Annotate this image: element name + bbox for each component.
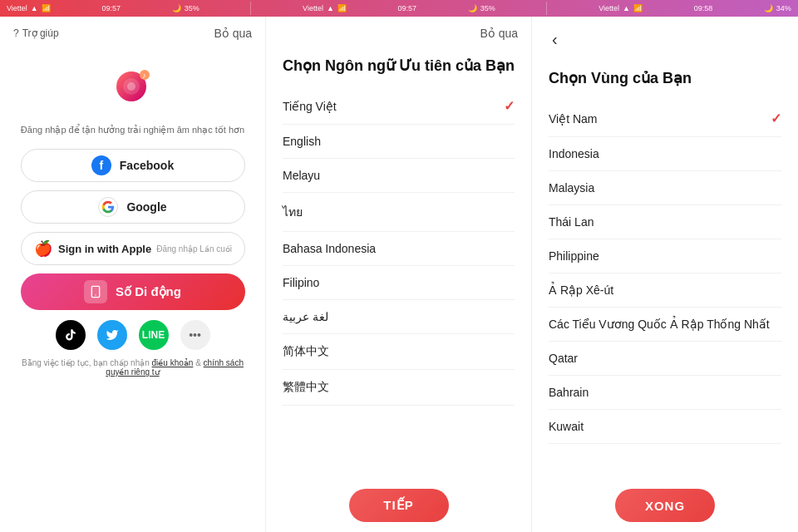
carrier-1: Viettel: [7, 4, 27, 12]
language-name: Filipino: [283, 276, 319, 289]
google-login-button[interactable]: Google: [21, 190, 245, 224]
signal-icon-1: ▲: [31, 4, 38, 12]
line-icon[interactable]: LINE: [139, 320, 169, 350]
language-name: English: [283, 135, 321, 148]
status-battery-3: 🌙 34%: [764, 4, 791, 12]
region-name: Qatar: [549, 352, 578, 365]
status-divider-2: [546, 2, 547, 15]
carrier-3: Viettel: [598, 4, 619, 12]
language-skip-button[interactable]: Bỏ qua: [480, 27, 518, 40]
region-name: Philippine: [549, 249, 599, 263]
language-name: ไทย: [283, 203, 303, 221]
language-item[interactable]: Bahasa Indonesia: [283, 232, 515, 266]
status-section-3: Viettel ▲ 📶: [598, 4, 643, 12]
language-panel-title: Chọn Ngôn ngữ Ưu tiên của Bạn: [266, 50, 531, 88]
region-name: Việt Nam: [549, 112, 598, 126]
login-panel: ? Trợ giúp Bỏ qua: [0, 17, 266, 532]
battery-icon-3: 🌙: [764, 4, 773, 12]
status-bar: Viettel ▲ 📶 09:57 🌙 35% Viettel ▲ 📶 09:5…: [0, 0, 798, 17]
region-done-button[interactable]: XONG: [615, 489, 715, 522]
status-divider-1: [250, 2, 251, 15]
phone-icon: [84, 280, 107, 303]
facebook-login-button[interactable]: f Facebook: [21, 149, 245, 182]
skip-button[interactable]: Bỏ qua: [214, 27, 252, 40]
region-item[interactable]: Malaysia: [549, 171, 781, 205]
google-icon: [98, 197, 118, 217]
region-item[interactable]: Các Tiểu Vương Quốc Ả Rập Thống Nhất: [549, 308, 781, 342]
social-icons-row: LINE •••: [56, 320, 210, 350]
tiktok-icon[interactable]: [56, 320, 86, 350]
help-icon: ?: [13, 27, 19, 39]
language-panel: Bỏ qua Chọn Ngôn ngữ Ưu tiên của Bạn Tiế…: [266, 17, 532, 532]
language-item[interactable]: English: [283, 125, 515, 159]
language-item[interactable]: لغة عربية: [283, 300, 515, 334]
region-item[interactable]: Bahrain: [549, 376, 781, 410]
region-name: Indonesia: [549, 147, 599, 160]
status-battery-2: 🌙 35%: [468, 4, 495, 12]
carrier-2: Viettel: [303, 4, 323, 12]
language-item[interactable]: Filipino: [283, 266, 515, 300]
language-item[interactable]: 繁體中文: [283, 370, 515, 406]
language-name: لغة عربية: [283, 310, 328, 323]
region-name: Bahrain: [549, 386, 589, 399]
region-item[interactable]: Ả Rập Xê-út: [549, 273, 781, 308]
wifi-icon-1: 📶: [42, 4, 51, 12]
region-name: Thái Lan: [549, 215, 594, 229]
logo-area: ♪: [106, 58, 160, 111]
region-panel: ‹ Chọn Vùng của Bạn Việt Nam✓IndonesiaMa…: [532, 17, 798, 532]
signal-icon-3: ▲: [623, 4, 630, 12]
region-panel-bottom: XONG: [532, 479, 798, 532]
terms-link[interactable]: điều khoản: [152, 358, 194, 367]
region-item[interactable]: Indonesia: [549, 137, 781, 171]
phone-login-button[interactable]: Số Di động: [21, 273, 245, 310]
selected-check-icon: ✓: [771, 111, 781, 126]
wifi-icon-2: 📶: [337, 4, 347, 12]
selected-check-icon: ✓: [504, 98, 515, 114]
region-item[interactable]: Thái Lan: [549, 205, 781, 239]
svg-point-2: [127, 82, 135, 91]
region-item[interactable]: Qatar: [549, 342, 781, 376]
region-panel-title: Chọn Vùng của Bạn: [532, 62, 798, 101]
app-logo: ♪: [106, 58, 160, 111]
twitter-icon[interactable]: [97, 320, 127, 350]
region-name: Kuwait: [549, 420, 584, 433]
back-button[interactable]: ‹: [545, 27, 564, 52]
language-list: Tiếng Việt✓EnglishMelayuไทยBahasa Indone…: [266, 88, 531, 479]
language-name: 繁體中文: [283, 380, 329, 395]
region-name: Malaysia: [549, 181, 594, 195]
region-name: Ả Rập Xê-út: [549, 283, 613, 297]
region-item[interactable]: Việt Nam✓: [549, 101, 781, 137]
status-time-3: 09:58: [694, 4, 713, 12]
login-nav: ? Trợ giúp Bỏ qua: [0, 17, 265, 50]
region-nav: ‹: [532, 17, 798, 62]
language-item[interactable]: Melayu: [283, 159, 515, 193]
status-section-1: Viettel ▲ 📶: [7, 4, 51, 12]
apple-icon: 🍎: [33, 239, 53, 259]
region-list: Việt Nam✓IndonesiaMalaysiaThái LanPhilip…: [532, 101, 798, 479]
help-button[interactable]: ? Trợ giúp: [13, 27, 59, 39]
language-panel-bottom: TIẾP: [266, 479, 531, 532]
status-battery-1: 🌙 35%: [172, 4, 200, 12]
language-name: Bahasa Indonesia: [283, 242, 376, 255]
svg-point-6: [95, 294, 96, 295]
apple-login-button[interactable]: 🍎 Sign in with Apple Đăng nhập Lần cuối: [21, 232, 245, 265]
panels-container: ? Trợ giúp Bỏ qua: [0, 17, 798, 532]
status-time-2: 09:57: [398, 4, 417, 12]
login-description: Đăng nhập để tận hưởng trải nghiệm âm nh…: [4, 125, 261, 135]
status-section-2: Viettel ▲ 📶: [303, 4, 347, 12]
region-name: Các Tiểu Vương Quốc Ả Rập Thống Nhất: [549, 318, 770, 331]
language-nav: Bỏ qua: [266, 17, 531, 50]
region-item[interactable]: Kuwait: [549, 410, 781, 444]
battery-icon-2: 🌙: [468, 4, 477, 12]
signal-icon-2: ▲: [327, 4, 334, 12]
language-item[interactable]: Tiếng Việt✓: [283, 88, 515, 125]
language-item[interactable]: ไทย: [283, 193, 515, 232]
region-item[interactable]: Philippine: [549, 239, 781, 273]
svg-text:♪: ♪: [142, 71, 146, 80]
status-time-1: 09:57: [101, 4, 121, 12]
wifi-icon-3: 📶: [633, 4, 643, 12]
language-next-button[interactable]: TIẾP: [349, 489, 449, 522]
language-name: Melayu: [283, 169, 320, 182]
more-icon[interactable]: •••: [180, 320, 210, 350]
language-item[interactable]: 简体中文: [283, 334, 515, 370]
